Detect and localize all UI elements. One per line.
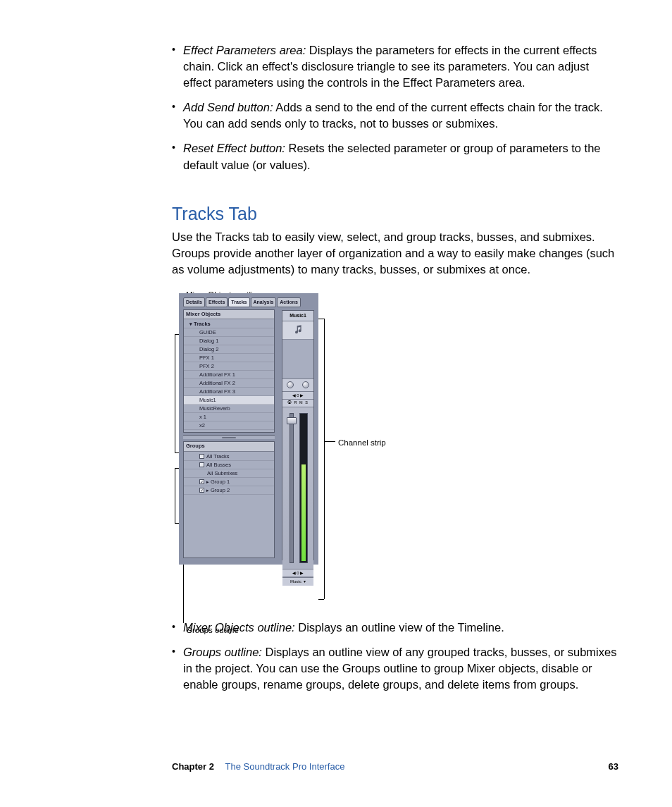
pan-value: ◀ 0 ▶ (282, 392, 313, 400)
list-item: Mixer Objects outline: Displays an outli… (172, 620, 618, 636)
fader-cap[interactable] (287, 417, 297, 424)
bottom-bullet-list: Mixer Objects outline: Displays an outli… (172, 620, 618, 693)
chapter-title: The Soundtrack Pro Interface (225, 761, 345, 772)
callout-bracket (318, 599, 324, 600)
groups-outline[interactable]: All Tracks All Busses All Submixes Group… (184, 452, 274, 557)
tab-analysis[interactable]: Analysis (251, 297, 277, 307)
outline-track[interactable]: Additional FX 3 (184, 388, 274, 396)
section-heading: Tracks Tab (172, 202, 618, 226)
outline-track[interactable]: MusicReverb (184, 405, 274, 413)
output-label[interactable]: Music ▾ (282, 577, 313, 585)
group-row[interactable]: Group 1 (184, 478, 274, 486)
group-row[interactable]: All Submixes (184, 469, 274, 478)
outline-track[interactable]: x 1 (184, 413, 274, 421)
tab-tracks[interactable]: Tracks (228, 297, 249, 307)
tab-actions[interactable]: Actions (277, 297, 301, 307)
outline-track[interactable]: Dialog 1 (184, 337, 274, 345)
track-type-icon (282, 321, 313, 340)
fader-track[interactable] (290, 413, 294, 563)
mixer-objects-panel: Mixer Objects Tracks GUIDE Dialog 1 Dial… (183, 309, 275, 433)
chapter-label: Chapter 2 (172, 761, 214, 772)
level-meter (299, 413, 308, 563)
term: Groups outline: (183, 646, 262, 658)
outline-track[interactable]: GUIDE (184, 328, 274, 337)
term: Add Send button: (183, 101, 273, 113)
pan-row (282, 379, 313, 392)
tab-row: Details Effects Tracks Analysis Actions (183, 297, 314, 307)
groups-header: Groups (184, 442, 274, 452)
callout-channel-strip: Channel strip (338, 437, 386, 448)
group-label: All Tracks (206, 453, 230, 460)
checkbox-icon[interactable] (199, 488, 204, 493)
term: Effect Parameters area: (183, 44, 306, 56)
channel-name: Music1 (282, 311, 313, 321)
checkbox-icon[interactable] (199, 479, 204, 484)
channel-strip: Music1 ◀ 0 ▶ ⦿ R M S (282, 310, 314, 560)
outline-track[interactable]: PFX 1 (184, 354, 274, 362)
app-screenshot: Details Effects Tracks Analysis Actions … (179, 293, 318, 565)
groups-panel: Groups All Tracks All Busses All Submixe… (183, 441, 275, 558)
checkbox-icon[interactable] (199, 454, 204, 459)
top-bullet-list: Effect Parameters area: Displays the par… (172, 42, 618, 173)
page-number: 63 (609, 760, 618, 773)
callout-bracket (175, 468, 175, 523)
list-item: Reset Effect button: Resets the selected… (172, 140, 618, 173)
callout-bracket (175, 334, 175, 452)
term: Reset Effect button: (183, 142, 285, 154)
group-row[interactable]: Group 2 (184, 486, 274, 495)
outline-track[interactable]: Dialog 2 (184, 345, 274, 354)
outline-track[interactable]: x2 (184, 421, 274, 430)
outline-track[interactable]: Additional FX 2 (184, 379, 274, 388)
group-label: Group 2 (211, 487, 230, 493)
list-item: Groups outline: Displays an outline view… (172, 644, 618, 693)
figure: Mixer Objects outline Channel strip Grou… (172, 293, 623, 607)
outline-busses[interactable]: Busses (184, 430, 274, 432)
inserts-area[interactable] (282, 340, 313, 379)
section-intro: Use the Tracks tab to easily view, selec… (172, 229, 618, 278)
tab-effects[interactable]: Effects (206, 297, 228, 307)
checkbox-icon[interactable] (199, 462, 204, 467)
channel-flags[interactable]: ⦿ R M S (282, 400, 313, 407)
term: Mixer Objects outline: (183, 621, 295, 634)
pan-knob[interactable] (302, 381, 309, 388)
group-label: All Submixes (207, 470, 237, 476)
mixer-objects-header: Mixer Objects (184, 310, 274, 320)
outline-track-selected[interactable]: Music1 (184, 396, 274, 405)
tab-details[interactable]: Details (183, 297, 205, 307)
fader-area (282, 407, 313, 569)
pan-knob[interactable] (287, 381, 294, 388)
list-item: Effect Parameters area: Displays the par… (172, 42, 618, 91)
group-label: All Busses (206, 462, 231, 468)
group-label: Group 1 (211, 479, 230, 485)
panel-resize-grip[interactable] (183, 435, 275, 439)
outline-track[interactable]: PFX 2 (184, 362, 274, 371)
group-row[interactable]: All Busses (184, 461, 274, 469)
callout-bracket (318, 319, 324, 319)
callout-leader (324, 441, 335, 442)
callout-bracket (324, 319, 325, 599)
meter-fill (301, 464, 306, 561)
output-value: ◀ 0 ▶ (282, 569, 313, 577)
definition-text: Displays an outline view of the Timeline… (298, 621, 504, 634)
outline-tracks[interactable]: Tracks (184, 320, 274, 328)
list-item: Add Send button: Adds a send to the end … (172, 99, 618, 132)
music-note-icon (292, 324, 304, 335)
page-footer: Chapter 2 The Soundtrack Pro Interface 6… (172, 760, 618, 773)
outline-track[interactable]: Additional FX 1 (184, 371, 274, 379)
mixer-objects-outline[interactable]: Tracks GUIDE Dialog 1 Dialog 2 PFX 1 PFX… (184, 319, 274, 432)
group-row[interactable]: All Tracks (184, 452, 274, 461)
